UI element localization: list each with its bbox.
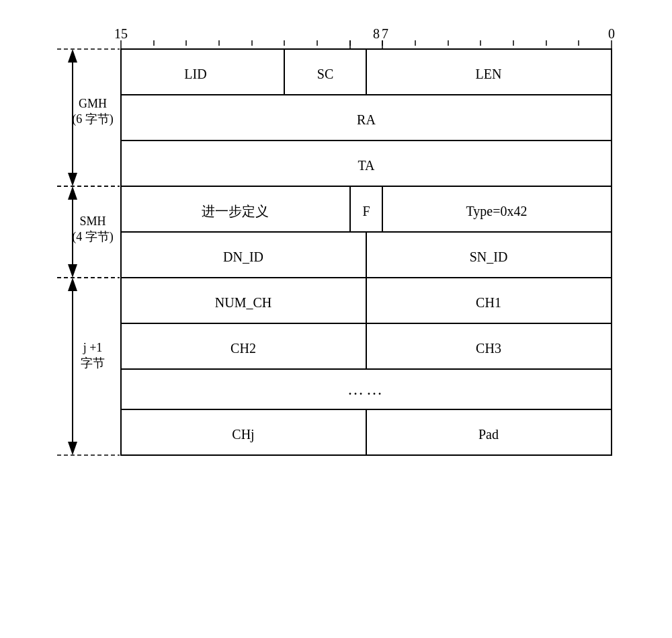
gmh-sublabel: (6 字节)	[72, 112, 114, 126]
j1-sublabel: 字节	[81, 356, 105, 370]
cell-dn-id: DN_ID	[223, 249, 263, 264]
cell-sc: SC	[317, 67, 333, 81]
cell-dots: ……	[347, 381, 385, 398]
cell-ch3: CH3	[476, 341, 501, 356]
svg-text:15: 15	[114, 26, 128, 41]
smh-label: SMH	[79, 214, 106, 228]
cell-f: F	[362, 204, 370, 218]
cell-chj: CHj	[232, 427, 254, 442]
svg-marker-53	[68, 278, 77, 291]
smh-sublabel: (4 字节)	[72, 230, 114, 244]
gmh-label: GMH	[79, 97, 107, 110]
cell-len: LEN	[476, 67, 502, 81]
svg-marker-43	[68, 49, 77, 63]
svg-marker-48	[68, 186, 77, 200]
svg-marker-44	[68, 173, 77, 186]
cell-pad: Pad	[478, 427, 499, 442]
cell-further-def: 进一步定义	[202, 204, 269, 218]
cell-sn-id: SN_ID	[470, 249, 508, 264]
svg-text:0: 0	[608, 26, 615, 41]
cell-type: Type=0x42	[466, 204, 528, 219]
svg-marker-54	[68, 442, 77, 455]
cell-ch1: CH1	[476, 295, 501, 310]
cell-lid: LID	[184, 67, 206, 81]
cell-ra: RA	[357, 112, 376, 127]
svg-text:7: 7	[382, 26, 388, 41]
diagram-container: // We'll use inline SVG drawn via the te…	[47, 24, 625, 615]
svg-marker-49	[68, 264, 77, 278]
cell-ch2: CH2	[230, 341, 256, 356]
svg-text:8: 8	[373, 26, 380, 41]
cell-ta: TA	[358, 158, 375, 173]
j1-label: j +1	[83, 341, 103, 354]
cell-num-ch: NUM_CH	[215, 295, 271, 310]
full-diagram-svg: 15 8 7 0	[47, 24, 625, 615]
